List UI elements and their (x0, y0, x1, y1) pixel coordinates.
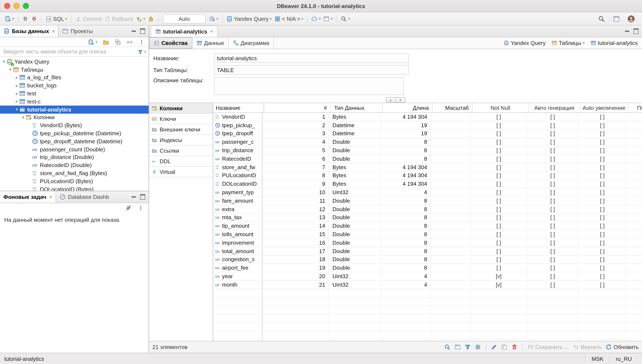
cell-масштаб[interactable] (431, 214, 471, 222)
cell-авто-генерация[interactable]: [ ] (527, 163, 579, 171)
rollback-button[interactable]: Rollback (103, 15, 135, 23)
cell-по-умолчанию[interactable] (626, 256, 642, 264)
cell-авто-генерация[interactable]: [ ] (527, 281, 579, 289)
tree-item-ratecodeid-double[interactable]: 123RatecodeID (Double) (0, 161, 149, 170)
column-header-длина[interactable]: Длина (383, 103, 433, 112)
cell-авто-генерация[interactable]: [ ] (527, 247, 579, 255)
save-button[interactable]: Сохранить ... (527, 344, 569, 350)
cell-длина[interactable]: 8 (381, 239, 431, 247)
context-object-type[interactable]: Таблицы▾ (552, 40, 585, 46)
cell-auto-увеличение[interactable]: [ ] (579, 130, 626, 138)
cell-по-умолчанию[interactable] (626, 146, 642, 154)
auto-refresh-button[interactable]: ▾ (207, 15, 219, 23)
global-search-button[interactable] (596, 14, 606, 23)
filter-menu-arrow-icon[interactable]: ▾ (144, 50, 146, 54)
cell-num[interactable]: 12 (262, 205, 329, 213)
cell-тип-данных[interactable]: Double (329, 247, 381, 255)
connect-button[interactable] (21, 15, 30, 23)
cell-длина[interactable]: 4 194 304 (381, 180, 431, 188)
cell-тип-данных[interactable]: Double (329, 205, 381, 213)
cell-длина[interactable]: 8 (381, 230, 431, 238)
section-ключи[interactable]: Ключи (149, 114, 213, 124)
subtab-данные[interactable]: Данные (192, 37, 229, 49)
grid-row-pulocationid[interactable]: 010101PULocationID8Bytes4 194 304[ ][ ][… (213, 172, 642, 180)
column-header-num[interactable]: # (264, 103, 331, 112)
tree-item-vendorid-bytes[interactable]: 010101VendorID (Bytes) (0, 122, 149, 130)
maximize-view-icon[interactable] (140, 194, 145, 200)
cell-авто-генерация[interactable]: [ ] (527, 222, 579, 230)
commit-button[interactable]: Commit (74, 15, 103, 23)
cell-name[interactable]: 123tip_amount (213, 222, 262, 230)
grid-row-month[interactable]: 123month21Uint324[v][ ][ ] (213, 281, 642, 289)
section-индексы[interactable]: Индексы (149, 135, 213, 146)
tree-item-таблицы[interactable]: ▾Таблицы (0, 66, 149, 74)
edit-column-button[interactable] (491, 344, 497, 350)
grid-row-mta-tax[interactable]: 123mta_tax13Double8[ ][ ][ ] (213, 214, 642, 222)
grid-row-ratecodeid[interactable]: 123RatecodeID6Double8[ ][ ][ ] (213, 155, 642, 163)
cell-тип-данных[interactable]: Double (329, 230, 381, 238)
cell-тип-данных[interactable]: Uint32 (329, 281, 381, 289)
cell-name[interactable]: 123total_amount (213, 247, 262, 255)
cell-по-умолчанию[interactable] (626, 264, 642, 272)
cell-auto-увеличение[interactable]: [ ] (579, 272, 626, 280)
close-window-button[interactable] (4, 3, 10, 9)
minimize-view-icon[interactable] (132, 196, 136, 198)
cell-длина[interactable]: 4 194 304 (381, 113, 431, 121)
profile-avatar[interactable] (626, 14, 636, 23)
close-editor-tab-icon[interactable]: × (210, 28, 213, 34)
minimize-window-button[interactable] (14, 3, 20, 9)
cell-по-умолчанию[interactable] (626, 205, 642, 213)
cell-авто-генерация[interactable]: [ ] (527, 113, 579, 121)
cell-длина[interactable]: 4 194 304 (381, 163, 431, 171)
cell-авто-генерация[interactable]: [ ] (527, 205, 579, 213)
cell-num[interactable]: 1 (262, 113, 329, 121)
cell-auto-увеличение[interactable]: [ ] (579, 180, 626, 188)
cell-not-null[interactable]: [ ] (471, 172, 527, 180)
context-object[interactable]: tutorial-analytics (591, 40, 638, 46)
cell-тип-данных[interactable]: Double (329, 138, 381, 146)
cell-auto-увеличение[interactable]: [ ] (579, 188, 626, 196)
quick-search-button[interactable]: ▾ (339, 15, 351, 23)
cell-по-умолчанию[interactable] (626, 272, 642, 280)
cell-масштаб[interactable] (431, 130, 471, 138)
cell-name[interactable]: 123month (213, 281, 262, 289)
cell-auto-увеличение[interactable]: [ ] (579, 256, 626, 264)
cell-авто-генерация[interactable]: [ ] (527, 256, 579, 264)
copy-column-button[interactable] (501, 344, 507, 350)
cell-по-умолчанию[interactable] (626, 239, 642, 247)
cell-auto-увеличение[interactable]: [ ] (579, 214, 626, 222)
cell-not-null[interactable]: [ ] (471, 205, 527, 213)
locale-label[interactable]: ru_RU (609, 356, 638, 362)
cell-not-null[interactable]: [ ] (471, 130, 527, 138)
cell-auto-увеличение[interactable]: [ ] (579, 230, 626, 238)
cell-авто-генерация[interactable]: [ ] (527, 239, 579, 247)
cell-name[interactable]: 123trip_distance (213, 146, 262, 154)
cell-num[interactable]: 9 (262, 180, 329, 188)
column-header-масштаб[interactable]: Масштаб (433, 103, 473, 112)
grid-row-year[interactable]: 123year20Uint324[v][ ][ ] (213, 272, 642, 281)
cell-масштаб[interactable] (431, 113, 471, 121)
cell-auto-увеличение[interactable]: [ ] (579, 239, 626, 247)
cell-name[interactable]: 010101PULocationID (213, 172, 262, 180)
collapse-panel-button[interactable]: ▲ (386, 98, 395, 102)
cell-name[interactable]: tpep_dropoff (213, 130, 262, 138)
cell-auto-увеличение[interactable]: [ ] (579, 197, 626, 205)
cell-длина[interactable]: 8 (381, 256, 431, 264)
cell-name[interactable]: 123airport_fee (213, 264, 262, 272)
sql-editor-button[interactable]: SQLSQL▾ (44, 15, 68, 23)
cell-масштаб[interactable] (431, 256, 471, 264)
expander-icon[interactable]: ▾ (8, 68, 13, 72)
cell-длина[interactable]: 8 (381, 138, 431, 146)
cell-по-умолчанию[interactable] (626, 121, 642, 129)
cell-длина[interactable]: 8 (381, 247, 431, 255)
column-header-авто-генерация[interactable]: Авто генерация (529, 103, 580, 112)
table-type-input[interactable] (214, 65, 409, 74)
cell-тип-данных[interactable]: Uint32 (329, 272, 381, 280)
object-search-input[interactable] (3, 48, 136, 55)
cell-авто-генерация[interactable]: [ ] (527, 121, 579, 129)
cell-масштаб[interactable] (431, 188, 471, 196)
cell-not-null[interactable]: [ ] (471, 163, 527, 171)
cell-auto-увеличение[interactable]: [ ] (579, 121, 626, 129)
cell-name[interactable]: 123passenger_c (213, 138, 262, 146)
section-колонки[interactable]: Колонки (149, 103, 213, 114)
